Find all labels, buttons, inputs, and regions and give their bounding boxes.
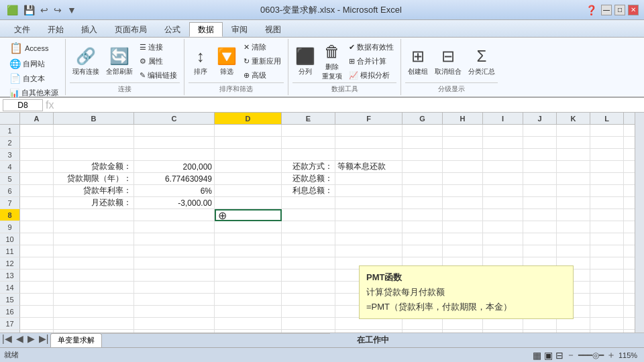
cell-l11[interactable]	[590, 245, 624, 257]
cell-j14[interactable]	[523, 282, 557, 294]
filter-button[interactable]: 🔽 筛选	[214, 42, 239, 82]
group-button[interactable]: ⊞ 创建组	[405, 42, 431, 82]
cell-h15[interactable]	[443, 294, 483, 306]
cell-b18[interactable]	[54, 330, 134, 333]
cell-a3[interactable]	[20, 149, 54, 161]
cell-f10[interactable]	[335, 233, 402, 245]
cell-i18[interactable]	[483, 330, 523, 333]
cell-g17[interactable]	[402, 318, 443, 330]
cell-b10[interactable]	[54, 233, 134, 245]
cell-i15[interactable]	[483, 294, 523, 306]
cell-b9[interactable]	[54, 221, 134, 233]
cell-a17[interactable]	[20, 318, 54, 330]
cell-a9[interactable]	[20, 221, 54, 233]
cell-d8[interactable]: ⊕	[215, 209, 282, 221]
cell-i6[interactable]	[483, 185, 523, 197]
save-quick-icon[interactable]: 💾	[22, 3, 36, 17]
col-header-h[interactable]: H	[443, 113, 483, 124]
cell-k2[interactable]	[557, 137, 590, 149]
cell-i16[interactable]	[483, 306, 523, 318]
cell-c11[interactable]	[134, 245, 215, 257]
cell-d1[interactable]	[215, 125, 282, 137]
cell-k14[interactable]	[557, 282, 590, 294]
cell-c10[interactable]	[134, 233, 215, 245]
cell-h2[interactable]	[443, 137, 483, 149]
cell-l16[interactable]	[590, 306, 624, 318]
cell-i8[interactable]	[483, 209, 523, 221]
cell-a18[interactable]	[20, 330, 54, 333]
cell-d13[interactable]	[215, 269, 282, 282]
cell-b4[interactable]: 贷款金额：	[54, 161, 134, 173]
cell-d17[interactable]	[215, 318, 282, 330]
cell-i3[interactable]	[483, 149, 523, 161]
cell-c13[interactable]	[134, 269, 215, 282]
cell-a11[interactable]	[20, 245, 54, 257]
cell-j12[interactable]	[523, 257, 557, 269]
cell-b2[interactable]	[54, 137, 134, 149]
cell-a16[interactable]	[20, 306, 54, 318]
cell-e8[interactable]	[282, 209, 335, 221]
cell-k17[interactable]	[557, 318, 590, 330]
cell-g3[interactable]	[402, 149, 443, 161]
cell-e7[interactable]	[282, 197, 335, 209]
edit-links-button[interactable]: ✎ 编辑链接	[137, 69, 180, 82]
cell-l4[interactable]	[590, 161, 624, 173]
cell-d16[interactable]	[215, 306, 282, 318]
cell-h12[interactable]	[443, 257, 483, 269]
cell-a7[interactable]	[20, 197, 54, 209]
cell-k6[interactable]	[557, 185, 590, 197]
sheet-nav-next[interactable]: ▶	[25, 333, 37, 347]
cell-k9[interactable]	[557, 221, 590, 233]
cell-g12[interactable]	[402, 257, 443, 269]
cell-e3[interactable]	[282, 149, 335, 161]
cell-h8[interactable]	[443, 209, 483, 221]
cell-c8[interactable]	[134, 209, 215, 221]
cell-e5[interactable]: 还款总额：	[282, 173, 335, 185]
cell-e11[interactable]	[282, 245, 335, 257]
split-columns-button[interactable]: ⬛ 分列	[292, 42, 318, 82]
col-header-e[interactable]: E	[282, 113, 335, 124]
cell-l14[interactable]	[590, 282, 624, 294]
cell-j15[interactable]	[523, 294, 557, 306]
tab-view[interactable]: 视图	[256, 22, 290, 37]
cell-l13[interactable]	[590, 269, 624, 282]
cell-h1[interactable]	[443, 125, 483, 137]
cell-b7[interactable]: 月还款额：	[54, 197, 134, 209]
cell-h18[interactable]	[443, 330, 483, 333]
cell-b5[interactable]: 贷款期限（年）：	[54, 173, 134, 185]
cell-h17[interactable]	[443, 318, 483, 330]
cell-b16[interactable]	[54, 306, 134, 318]
connections-small-button[interactable]: ☰ 连接	[137, 41, 180, 54]
cell-l17[interactable]	[590, 318, 624, 330]
vertical-scrollbar[interactable]	[635, 113, 644, 333]
view-page-icon[interactable]: ⊟	[555, 350, 564, 361]
cell-i4[interactable]	[483, 161, 523, 173]
cell-d15[interactable]	[215, 294, 282, 306]
col-header-g[interactable]: G	[402, 113, 443, 124]
cell-c18[interactable]	[134, 330, 215, 333]
cell-l8[interactable]	[590, 209, 624, 221]
tab-review[interactable]: 审阅	[223, 22, 256, 37]
cell-a6[interactable]	[20, 185, 54, 197]
cell-j17[interactable]	[523, 318, 557, 330]
cell-i11[interactable]	[483, 245, 523, 257]
cell-i10[interactable]	[483, 233, 523, 245]
help-icon[interactable]: ❓	[584, 3, 598, 17]
cell-g13[interactable]	[402, 269, 443, 282]
cell-a1[interactable]	[20, 125, 54, 137]
cell-d10[interactable]	[215, 233, 282, 245]
cell-d12[interactable]	[215, 257, 282, 269]
cell-d3[interactable]	[215, 149, 282, 161]
cell-i17[interactable]	[483, 318, 523, 330]
cell-k3[interactable]	[557, 149, 590, 161]
cell-k18[interactable]	[557, 330, 590, 333]
cell-j11[interactable]	[523, 245, 557, 257]
close-button[interactable]: ✕	[628, 5, 639, 15]
cell-k11[interactable]	[557, 245, 590, 257]
cell-i12[interactable]	[483, 257, 523, 269]
cell-i2[interactable]	[483, 137, 523, 149]
cell-k13[interactable]	[557, 269, 590, 282]
cell-c17[interactable]	[134, 318, 215, 330]
cell-b15[interactable]	[54, 294, 134, 306]
cell-b17[interactable]	[54, 318, 134, 330]
